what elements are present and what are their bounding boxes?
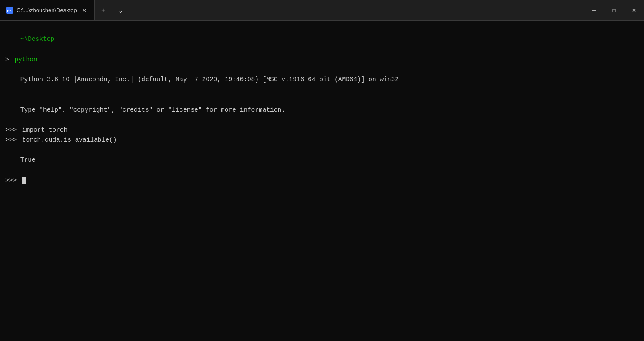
python-help-text: Type "help", "copyright", "credits" or "… xyxy=(20,106,285,113)
active-prompt-line[interactable]: >>> xyxy=(5,175,639,185)
path-line: ~\Desktop xyxy=(5,24,639,55)
tab-dropdown-button[interactable]: ⌄ xyxy=(112,0,130,20)
minimize-button[interactable]: ─ xyxy=(584,0,604,20)
python-version-text: Python 3.6.10 |Anaconda, Inc.| (default,… xyxy=(20,76,399,83)
python-text: python xyxy=(14,55,37,65)
terminal-area[interactable]: ~\Desktop > python Python 3.6.10 |Anacon… xyxy=(0,21,644,341)
repl-prompt-2: >>> xyxy=(5,135,17,145)
powershell-icon: PS xyxy=(6,7,13,14)
python-version-line: Python 3.6.10 |Anaconda, Inc.| (default,… xyxy=(5,65,639,95)
python-help-line: Type "help", "copyright", "credits" or "… xyxy=(5,95,639,125)
output-true-line: True xyxy=(5,145,639,175)
path-text: ~\Desktop xyxy=(20,36,54,43)
cuda-check-line: >>> torch.cuda.is_available() xyxy=(5,135,639,145)
tab-close-button[interactable]: ✕ xyxy=(80,7,88,14)
titlebar: PS C:\...\zhouchen\Desktop ✕ + ⌄ ─ □ ✕ xyxy=(0,0,644,21)
python-cmd xyxy=(11,55,15,65)
output-true-text: True xyxy=(20,156,36,163)
tab-actions: + ⌄ xyxy=(95,0,130,20)
repl-prompt-3: >>> xyxy=(5,175,17,185)
import-torch-cmd: import torch xyxy=(18,125,67,135)
prompt-gt-symbol: > xyxy=(5,55,9,65)
repl-prompt-1: >>> xyxy=(5,125,17,135)
window-controls: ─ □ ✕ xyxy=(584,0,644,20)
cuda-check-cmd: torch.cuda.is_available() xyxy=(18,135,117,145)
svg-text:PS: PS xyxy=(7,9,12,13)
maximize-button[interactable]: □ xyxy=(604,0,624,20)
import-torch-line: >>> import torch xyxy=(5,125,639,135)
python-command-line: > python xyxy=(5,55,639,65)
close-button[interactable]: ✕ xyxy=(624,0,644,20)
tab-title: C:\...\zhouchen\Desktop xyxy=(17,7,77,13)
new-tab-button[interactable]: + xyxy=(95,0,112,20)
active-tab[interactable]: PS C:\...\zhouchen\Desktop ✕ xyxy=(0,0,95,20)
cursor xyxy=(22,177,26,184)
tab-area: PS C:\...\zhouchen\Desktop ✕ + ⌄ xyxy=(0,0,584,20)
